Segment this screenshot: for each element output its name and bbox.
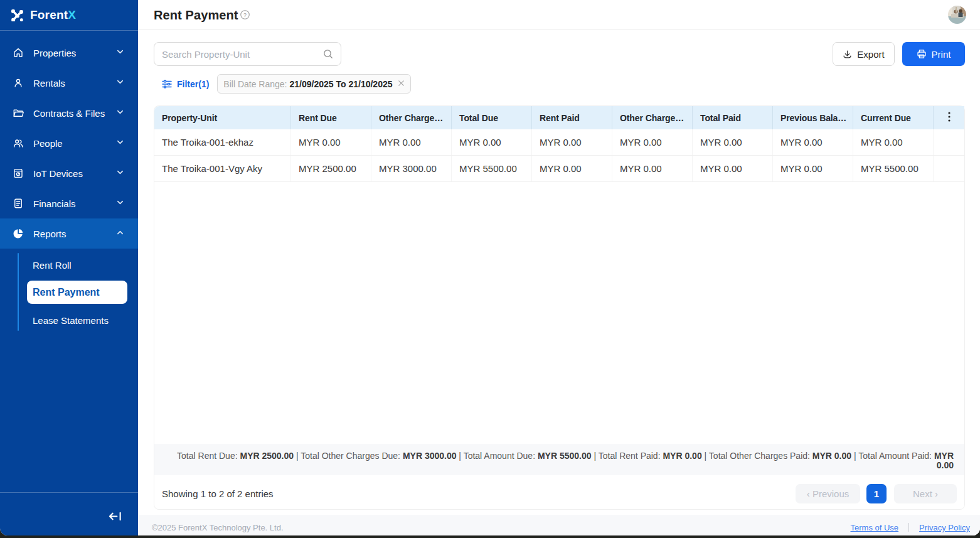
svg-text:?: ? [243,12,247,18]
